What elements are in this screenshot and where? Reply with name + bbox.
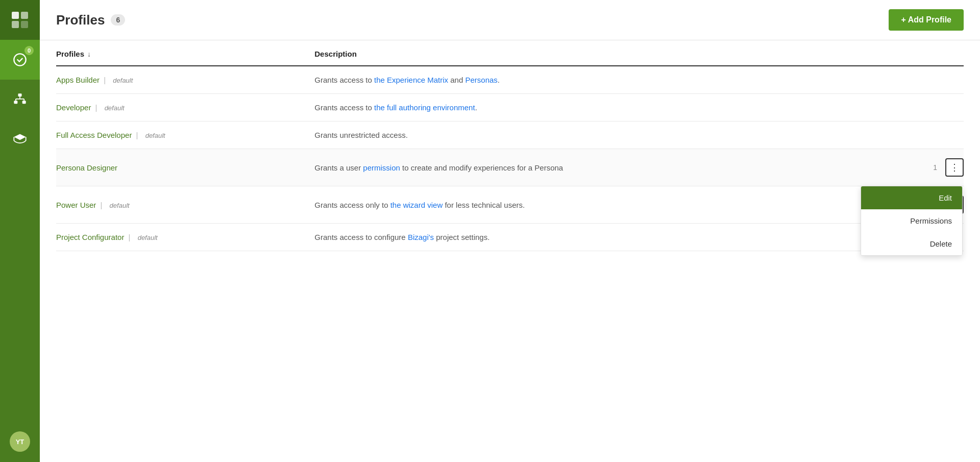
avatar[interactable]: YT — [10, 431, 30, 452]
profiles-table-container: Profiles ↓ Description Apps Builder | de… — [40, 40, 980, 462]
profiles-table: Profiles ↓ Description Apps Builder | de… — [56, 40, 964, 251]
table-row: Power User | default Grants access only … — [56, 186, 964, 224]
desc-link[interactable]: the Experience Matrix — [374, 76, 448, 84]
profile-name-cell: Persona Designer — [56, 149, 314, 186]
table-row: Full Access Developer | default Grants u… — [56, 121, 964, 149]
profile-description-cell: Grants access to the Experience Matrix a… — [314, 66, 964, 94]
svg-rect-6 — [14, 101, 17, 104]
context-menu-item-permissions[interactable]: Permissions — [861, 209, 962, 232]
profile-name[interactable]: Power User — [56, 201, 96, 209]
column-header-description: Description — [314, 40, 964, 66]
sort-icon: ↓ — [87, 50, 91, 58]
svg-rect-3 — [21, 21, 28, 28]
table-row: Project Configurator | default Grants ac… — [56, 224, 964, 251]
sidebar: 0 YT — [0, 0, 40, 462]
svg-rect-7 — [22, 101, 26, 104]
profile-name[interactable]: Persona Designer — [56, 163, 117, 172]
svg-rect-5 — [18, 93, 22, 96]
table-row: Persona Designer Grants a user permissio… — [56, 149, 964, 186]
svg-rect-0 — [12, 12, 19, 19]
profile-name-cell: Apps Builder | default — [56, 66, 314, 94]
context-menu-item-edit[interactable]: Edit — [861, 186, 962, 209]
row-number: 1 — [933, 163, 937, 172]
sidebar-item-status[interactable]: 0 — [0, 40, 40, 80]
profile-description-cell: Grants unrestricted access. — [314, 121, 964, 149]
svg-rect-2 — [12, 21, 19, 28]
table-header-row: Profiles ↓ Description — [56, 40, 964, 66]
desc-link[interactable]: the wizard view — [390, 201, 443, 209]
desc-link[interactable]: Personas — [465, 76, 497, 84]
profile-default-label: default — [145, 132, 165, 139]
header-left: Profiles 6 — [56, 12, 125, 28]
add-profile-button[interactable]: + Add Profile — [889, 9, 964, 31]
profile-description-cell: Grants access to the full authoring envi… — [314, 94, 964, 121]
desc-link[interactable]: Bizagi's — [408, 233, 434, 241]
profile-default-label: default — [105, 104, 125, 112]
status-badge: 0 — [24, 46, 34, 55]
table-row: Apps Builder | default Grants access to … — [56, 66, 964, 94]
desc-link[interactable]: the full authoring environment — [374, 103, 475, 112]
profile-name-cell: Developer | default — [56, 94, 314, 121]
sidebar-logo[interactable] — [0, 0, 40, 40]
desc-link[interactable]: permission — [363, 163, 400, 172]
profile-default-label: default — [113, 77, 133, 84]
page-title: Profiles — [56, 12, 105, 28]
profile-name[interactable]: Developer — [56, 103, 91, 112]
profile-default-label: default — [138, 234, 158, 241]
context-menu: Edit Permissions Delete — [861, 186, 963, 256]
profile-name[interactable]: Project Configurator — [56, 233, 124, 241]
page-header: Profiles 6 + Add Profile — [40, 0, 980, 40]
main-content: Profiles 6 + Add Profile Profiles ↓ Desc… — [40, 0, 980, 462]
svg-rect-1 — [21, 12, 28, 19]
profile-name[interactable]: Full Access Developer — [56, 131, 132, 139]
profile-name-cell: Project Configurator | default — [56, 224, 314, 251]
three-dot-button[interactable]: ⋮ Edit Permissions Delete — [945, 158, 964, 177]
context-menu-item-delete[interactable]: Delete — [861, 232, 962, 255]
svg-point-4 — [14, 54, 26, 65]
row-actions: 1 ⋮ Edit Permissions Delete — [923, 158, 964, 177]
table-row: Developer | default Grants access to the… — [56, 94, 964, 121]
profile-name-cell: Full Access Developer | default — [56, 121, 314, 149]
profile-name-cell: Power User | default — [56, 186, 314, 224]
profile-default-label: default — [110, 202, 130, 209]
profile-description-cell: Grants a user permission to create and m… — [314, 149, 964, 186]
sidebar-item-org[interactable] — [0, 80, 40, 119]
sidebar-item-learning[interactable] — [0, 119, 40, 159]
column-header-profiles[interactable]: Profiles ↓ — [56, 40, 173, 65]
page-count: 6 — [111, 14, 125, 26]
profile-name[interactable]: Apps Builder — [56, 76, 100, 84]
